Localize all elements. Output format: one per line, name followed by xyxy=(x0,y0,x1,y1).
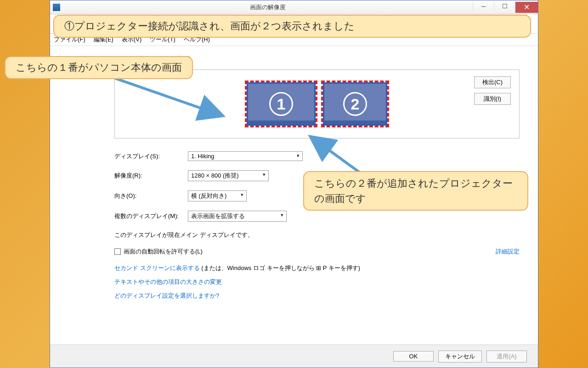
screen-2-number: 2 xyxy=(343,92,367,116)
select-multi[interactable]: 表示画面を拡張する xyxy=(188,211,287,222)
window-title: 画面の解像度 xyxy=(63,3,473,12)
svg-line-1 xyxy=(115,78,220,115)
link1-suffix-b: P キーを押す) xyxy=(321,264,360,271)
screen-1[interactable]: 1 xyxy=(245,80,317,127)
monitor-buttons: 検出(C) 識別(I) xyxy=(474,76,511,105)
label-orientation: 向き(O): xyxy=(114,192,188,200)
advanced-settings-link[interactable]: 詳細設定 xyxy=(496,247,520,256)
label-display: ディスプレイ(S): xyxy=(114,152,188,161)
select-display[interactable]: 1. Hiking xyxy=(188,151,303,161)
annotation-callout-3: こちらの２番が追加されたプロジェクターの画面です xyxy=(303,171,528,211)
second-screen-link[interactable]: セカンド スクリーンに表示する xyxy=(114,264,200,271)
which-display-link[interactable]: どのディスプレイ設定を選択しますか? xyxy=(114,292,219,299)
close-button[interactable]: ✕ xyxy=(515,2,538,13)
cancel-button[interactable]: キャンセル xyxy=(438,351,482,362)
dialog-footer: OK キャンセル 適用(A) xyxy=(50,345,538,368)
detect-button[interactable]: 検出(C) xyxy=(474,76,511,88)
main-display-status: このディスプレイが現在メイン ディスプレイです。 xyxy=(114,231,520,239)
ok-button[interactable]: OK xyxy=(393,351,434,362)
annotation-callout-1: ①プロジェクター接続が認識され、画面が２つ表示されました xyxy=(53,15,531,38)
checkbox-row: 画面の自動回転を許可する(L) 詳細設定 xyxy=(114,247,520,256)
svg-line-3 xyxy=(312,138,363,175)
window-icon xyxy=(53,4,60,11)
screen-preview-container[interactable]: 1 2 xyxy=(245,80,389,127)
titlebar: 画面の解像度 ─ ☐ ✕ xyxy=(50,0,538,14)
minimize-button[interactable]: ─ xyxy=(473,2,494,11)
checkbox-label: 画面の自動回転を許可する(L) xyxy=(124,247,203,256)
winlogo-icon: ⊞ xyxy=(316,264,321,271)
screen-2[interactable]: 2 xyxy=(321,80,389,127)
label-resolution: 解像度(R): xyxy=(114,172,188,180)
select-resolution[interactable]: 588 × 368 (推奨) xyxy=(188,170,269,181)
label-multi: 複数のディスプレイ(M): xyxy=(114,212,188,220)
link-row-3: どのディスプレイ設定を選択しますか? xyxy=(114,292,520,300)
row-multi: 複数のディスプレイ(M): 表示画面を拡張する xyxy=(114,211,520,222)
screen-1-number: 1 xyxy=(269,92,293,116)
annotation-callout-2: こちらの１番がパソコン本体の画面 xyxy=(5,56,193,79)
checkbox-icon xyxy=(114,248,121,255)
apply-button[interactable]: 適用(A) xyxy=(486,351,527,362)
select-orientation[interactable]: 横 (反対向き) xyxy=(188,190,247,201)
link-row-1: セカンド スクリーンに表示する (または、Windows ロゴ キーを押しながら… xyxy=(114,264,520,272)
window-controls: ─ ☐ ✕ xyxy=(473,2,538,13)
link1-suffix-a: (または、Windows ロゴ キーを押しながら xyxy=(200,264,317,271)
autorotate-checkbox[interactable]: 画面の自動回転を許可する(L) xyxy=(114,247,203,256)
text-size-link[interactable]: テキストやその他の項目の大きさの変更 xyxy=(114,278,222,285)
identify-button[interactable]: 識別(I) xyxy=(474,93,511,105)
link-row-2: テキストやその他の項目の大きさの変更 xyxy=(114,278,520,286)
maximize-button[interactable]: ☐ xyxy=(494,2,515,11)
